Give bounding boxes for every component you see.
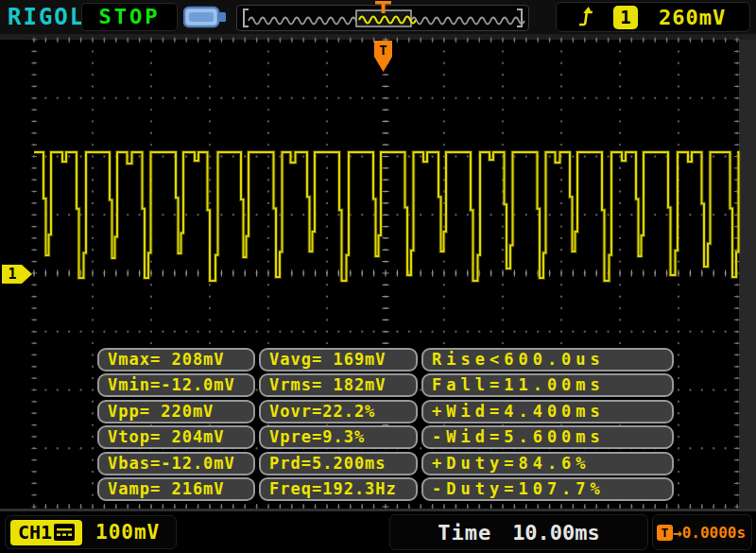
measurement-vamp: Vamp= 216mV <box>97 477 255 501</box>
measurement-vovr: Vovr=22.2% <box>259 400 418 423</box>
trigger-offset-value: →0.0000s <box>673 524 746 542</box>
edge-trigger-icon <box>577 5 598 29</box>
measurement-vpp: Vpp= 220mV <box>97 400 255 423</box>
measurement-vavg: Vavg= 169mV <box>259 348 418 372</box>
measurement-vtop: Vtop= 204mV <box>97 425 255 449</box>
measurement-vpre: Vpre=9.3% <box>259 425 418 449</box>
svg-text:T: T <box>379 43 387 58</box>
timebase-label: Time <box>438 521 491 544</box>
measurement-pduty: +Duty=84.6% <box>421 452 674 475</box>
measurement-nduty: -Duty=107.7% <box>421 477 674 501</box>
measurement-vrms: Vrms= 182mV <box>259 373 418 397</box>
timebase-box[interactable]: Time 10.00ms <box>389 514 648 550</box>
measurement-nwid: -Wid=5.600ms <box>421 425 674 449</box>
horizontal-trigger-position-icon[interactable] <box>374 0 393 15</box>
channel1-scale-value: 100mV <box>95 521 160 544</box>
svg-text:1: 1 <box>8 266 16 283</box>
trigger-offset-t-icon: T <box>657 525 673 541</box>
measurement-rise: Rise<600.0us <box>421 348 674 372</box>
oscilloscope-screen: RIGOL STOP 1 260mV <box>0 0 756 553</box>
measurement-pwid: +Wid=4.400ms <box>421 400 674 423</box>
measurement-vbas: Vbas=-12.0mV <box>97 452 255 475</box>
measurement-prd: Prd=5.200ms <box>259 452 418 475</box>
timebase-value: 10.00ms <box>512 521 600 544</box>
trigger-level-value: 260mV <box>659 6 726 29</box>
measurement-fall: Fall=11.00ms <box>421 373 674 397</box>
channel1-badge: CH1 <box>10 520 82 545</box>
channel1-label: CH1 <box>18 521 52 544</box>
measurement-vmin: Vmin=-12.0mV <box>97 373 255 397</box>
channel1-level-marker[interactable]: 1 <box>0 263 34 285</box>
rigol-logo: RIGOL <box>8 4 85 30</box>
usb-drive-icon <box>183 6 229 28</box>
bottom-status-bar: CH1 100mV Time 10.00ms T →0.0000s <box>0 511 756 553</box>
dc-coupling-icon <box>54 524 75 541</box>
top-status-bar: RIGOL STOP 1 260mV <box>0 0 756 34</box>
trigger-position-marker[interactable]: T <box>372 38 395 76</box>
measurement-freq: Freq=192.3Hz <box>259 477 418 501</box>
trigger-source-channel-badge: 1 <box>613 6 638 29</box>
channel1-settings-box[interactable]: CH1 100mV <box>5 515 177 549</box>
trigger-status-box[interactable]: 1 260mV <box>556 2 750 32</box>
measurement-vmax: Vmax= 208mV <box>97 348 255 372</box>
trigger-offset-box[interactable]: T →0.0000s <box>652 514 752 550</box>
run-stop-status[interactable]: STOP <box>81 3 178 31</box>
